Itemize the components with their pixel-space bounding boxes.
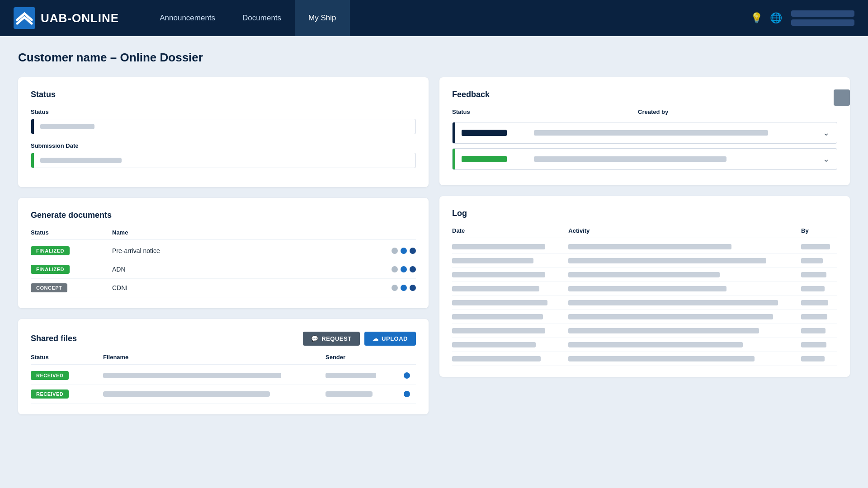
files-sender-col: Sender	[326, 354, 398, 361]
generate-docs-title: Generate documents	[31, 211, 416, 220]
header-pill-1	[791, 10, 854, 17]
status-field-label: Status	[31, 108, 416, 115]
log-date-bar	[452, 314, 543, 319]
nav-documents[interactable]: Documents	[229, 0, 295, 36]
dot-gray-2[interactable]	[392, 266, 398, 272]
feedback-created-col: Created by	[638, 108, 824, 115]
log-date-bar	[452, 244, 545, 249]
dot-dark-blue-2[interactable]	[410, 266, 416, 272]
doc-badge-concept: CONCEPT	[31, 283, 112, 292]
main-nav: Announcements Documents My Ship	[146, 0, 750, 36]
doc-name-col-header: Name	[112, 229, 371, 236]
request-button[interactable]: 💬 REQUEST	[303, 332, 360, 346]
logo[interactable]: UAB-ONLINE	[14, 7, 119, 29]
generate-docs-card: Generate documents Status Name FINALIZED…	[18, 198, 429, 308]
feedback-status-1	[455, 124, 528, 141]
dot-gray-3[interactable]	[392, 285, 398, 291]
dot-blue-3[interactable]	[401, 285, 407, 291]
submission-input-field[interactable]	[34, 153, 415, 168]
log-row	[452, 268, 837, 282]
dot-blue-1[interactable]	[401, 248, 407, 254]
log-row	[452, 338, 837, 352]
file-dot-2[interactable]	[404, 391, 410, 397]
log-activity-bar	[568, 272, 720, 277]
log-activity-bar	[568, 342, 743, 347]
feedback-created-2	[528, 151, 816, 167]
file-dot-1[interactable]	[404, 372, 410, 379]
header-pill-2	[791, 19, 854, 26]
log-activity-bar	[568, 258, 766, 263]
status-card: Status Status Submission Date	[18, 77, 429, 187]
file-badge-received-2: RECEIVED	[31, 389, 103, 399]
request-icon: 💬	[311, 335, 319, 342]
file-action-2	[398, 391, 416, 397]
doc-row: CONCEPT CDNI	[31, 279, 416, 297]
log-activity-bar	[568, 328, 759, 333]
log-row	[452, 352, 837, 366]
submission-field-label: Submission Date	[31, 142, 416, 149]
feedback-row-1: ⌄	[452, 122, 837, 144]
log-date-col: Date	[452, 227, 568, 234]
log-activity-bar	[568, 356, 755, 361]
file-sender-2	[326, 391, 398, 397]
page-content: Customer name – Online Dossier Status St…	[0, 36, 868, 429]
shared-files-card: Shared files 💬 REQUEST ☁ UPLOAD Status	[18, 319, 429, 414]
shared-files-header: Shared files 💬 REQUEST ☁ UPLOAD	[31, 332, 416, 346]
log-by-bar	[801, 258, 823, 263]
feedback-chevron-2[interactable]: ⌄	[816, 149, 837, 169]
feedback-status-bar-1	[462, 130, 507, 136]
corner-button[interactable]	[834, 89, 850, 106]
main-grid: Status Status Submission Date	[18, 77, 850, 414]
doc-name-pre-arrival: Pre-arrival notice	[112, 247, 371, 254]
log-activity-col: Activity	[568, 227, 801, 234]
log-by-col: By	[801, 227, 837, 234]
status-input-row	[31, 119, 416, 134]
globe-icon[interactable]: 🌐	[770, 12, 782, 24]
header-user-info	[791, 10, 854, 26]
dot-dark-blue-3[interactable]	[410, 285, 416, 291]
page-title: Customer name – Online Dossier	[18, 51, 850, 65]
log-date-bar	[452, 342, 536, 347]
logo-text: UAB-ONLINE	[41, 11, 119, 25]
dot-blue-2[interactable]	[401, 266, 407, 272]
feedback-status-2	[455, 150, 528, 168]
log-row	[452, 310, 837, 324]
log-by-bar	[801, 272, 826, 277]
submission-placeholder	[40, 158, 122, 163]
files-table-header: Status Filename Sender	[31, 354, 416, 365]
log-by-bar	[801, 328, 826, 333]
file-badge-received-1: RECEIVED	[31, 371, 103, 380]
file-sender-1	[326, 373, 398, 378]
doc-actions-3	[371, 285, 416, 291]
log-row	[452, 282, 837, 296]
status-card-title: Status	[31, 90, 416, 99]
log-by-bar	[801, 300, 828, 305]
files-row: RECEIVED	[31, 366, 416, 385]
feedback-table-header: Status Created by	[452, 108, 837, 119]
main-header: UAB-ONLINE Announcements Documents My Sh…	[0, 0, 868, 36]
left-column: Status Status Submission Date	[18, 77, 429, 414]
upload-icon: ☁	[373, 335, 379, 342]
log-row	[452, 296, 837, 310]
file-filename-2	[103, 391, 326, 397]
dot-gray-1[interactable]	[392, 248, 398, 254]
doc-table-header: Status Name	[31, 229, 416, 240]
status-input-field[interactable]	[34, 119, 415, 134]
files-row: RECEIVED	[31, 385, 416, 404]
log-activity-bar	[568, 244, 731, 249]
dot-dark-blue-1[interactable]	[410, 248, 416, 254]
feedback-chevron-1[interactable]: ⌄	[816, 122, 837, 143]
nav-announcements[interactable]: Announcements	[146, 0, 229, 36]
doc-name-adn: ADN	[112, 266, 371, 273]
nav-my-ship[interactable]: My Ship	[295, 0, 349, 36]
doc-row: FINALIZED ADN	[31, 260, 416, 279]
feedback-created-bar-2	[534, 156, 726, 162]
feedback-action-col	[824, 108, 837, 115]
upload-button[interactable]: ☁ UPLOAD	[364, 332, 416, 346]
log-activity-bar	[568, 314, 773, 319]
log-by-bar	[801, 286, 825, 291]
bulb-icon[interactable]: 💡	[750, 12, 763, 24]
feedback-status-col: Status	[452, 108, 638, 115]
doc-actions-2	[371, 266, 416, 272]
log-date-bar	[452, 272, 545, 277]
